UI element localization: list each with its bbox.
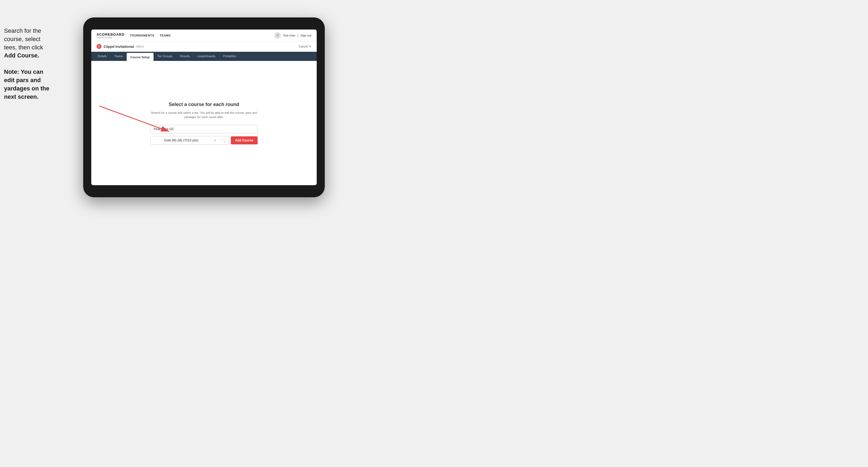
top-nav-right: U Test User | Sign out [274,32,311,39]
separator: | [298,34,299,37]
instruction-text: Search for thecourse, selecttees, then c… [4,27,43,59]
logo-area: SCOREBOARD Powered by clippd [97,32,125,38]
tee-select-text: Gold (M) (M) (7010 yds) [151,136,212,145]
sign-out-link[interactable]: Sign out [301,34,311,37]
tablet-screen: SCOREBOARD Powered by clippd TOURNAMENTS… [91,30,317,185]
tab-results[interactable]: Results [176,52,193,61]
tee-select-controls: Gold (M) (M) (7010 yds) × ⌃⌄ [150,136,229,145]
add-course-button[interactable]: Add Course [231,136,258,145]
tab-printables[interactable]: Printables [219,52,240,61]
user-name: Test User [283,34,295,37]
user-avatar: U [274,32,281,39]
tab-course-setup[interactable]: Course Setup [127,53,154,61]
tablet-frame: SCOREBOARD Powered by clippd TOURNAMENTS… [83,18,325,197]
avatar-icon: U [277,34,279,37]
tee-clear-button[interactable]: × [212,138,218,143]
cancel-button[interactable]: Cancel ✕ [299,45,311,48]
tournament-title-area: C Clippd Invitational (Men) [97,44,144,49]
instructions-panel: Search for thecourse, selecttees, then c… [4,27,79,101]
main-content: Select a course for each round Search fo… [91,61,317,185]
logo-sub: Powered by clippd [97,36,125,38]
section-description: Search for a course and select a tee. Yo… [150,111,258,119]
top-nav-left: SCOREBOARD Powered by clippd TOURNAMENTS… [97,32,171,38]
tournament-title: Clippd Invitational [103,44,134,49]
section-title: Select a course for each round [150,102,258,107]
tab-teams[interactable]: Teams [111,52,127,61]
top-nav: SCOREBOARD Powered by clippd TOURNAMENTS… [91,30,317,41]
tournament-icon: C [97,44,101,49]
course-section: Select a course for each round Search fo… [150,102,258,145]
cancel-label: Cancel [299,45,308,48]
note-text: Note: You canedit pars andyardages on th… [4,68,50,100]
tee-select-row: Gold (M) (M) (7010 yds) × ⌃⌄ Add Course [150,136,258,145]
tee-arrows-button[interactable]: ⌃⌄ [218,138,228,142]
tournament-header: C Clippd Invitational (Men) Cancel ✕ [91,41,317,52]
nav-tournaments[interactable]: TOURNAMENTS [130,34,154,37]
logo-text: SCOREBOARD [97,32,125,36]
nav-teams[interactable]: TEAMS [160,34,171,37]
tab-leaderboards[interactable]: Leaderboards [193,52,219,61]
tab-details[interactable]: Details [94,52,111,61]
tab-bar: Details Teams Course Setup Tee Groups Re… [91,52,317,61]
nav-links: TOURNAMENTS TEAMS [130,34,171,37]
cancel-icon: ✕ [309,45,311,48]
tournament-subtitle: (Men) [136,45,144,48]
course-search-input[interactable] [150,125,258,133]
tab-tee-groups[interactable]: Tee Groups [154,52,176,61]
